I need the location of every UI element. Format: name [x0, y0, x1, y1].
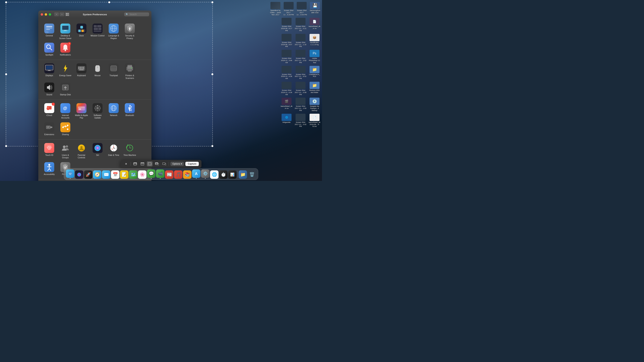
options-button[interactable]: Options ▾	[170, 162, 184, 166]
capture-selection-button[interactable]	[147, 161, 152, 166]
pref-notifications[interactable]: ● Notifications	[57, 41, 74, 58]
pref-timemachine[interactable]: Time Machine	[122, 142, 138, 161]
pref-users[interactable]: Users & Groups	[57, 142, 74, 161]
pref-language[interactable]: Language & Region	[106, 22, 122, 41]
dock-maps[interactable]: 🗺️	[129, 170, 138, 179]
handle-bottom-left[interactable]	[5, 145, 7, 147]
dock-launchpad[interactable]: 🚀	[84, 170, 92, 179]
pref-sharing[interactable]: Sharing	[57, 121, 74, 138]
dock-siri[interactable]	[75, 170, 84, 179]
pref-energy[interactable]: Energy Saver	[57, 62, 74, 81]
search-input[interactable]	[130, 13, 148, 16]
desktop-file-handbrake[interactable]: 📦 HandBrake-1.1.1.d mg	[308, 33, 321, 48]
pref-siri[interactable]: Siri	[90, 142, 106, 161]
dock-notes[interactable]: 📝	[120, 170, 128, 179]
desktop-file-tears-txt[interactable]: 📄 tearsofsteel_4k 2018-08-...9-53.txt	[308, 113, 321, 128]
pref-general[interactable]: File General	[41, 22, 57, 41]
handle-top-right[interactable]	[212, 1, 213, 3]
desktop-file-ss2[interactable]: Screen Shot 2017-11-...9.44 PM	[296, 1, 308, 16]
handle-middle-left[interactable]	[5, 73, 7, 75]
dock-appstore[interactable]: A	[192, 170, 200, 179]
dock-chrome[interactable]: 🌐	[210, 170, 218, 179]
dock-sysprefs[interactable]: ⚙️	[201, 170, 210, 179]
pref-sound[interactable]: Sound	[41, 81, 57, 98]
pref-wallet[interactable]: Wallet & Apple Pay	[74, 102, 90, 121]
pref-keyboard[interactable]: Keyboard	[74, 62, 90, 81]
desktop-file-ss11[interactable]: Screen Shot 2018-12...6.36 AM	[280, 81, 293, 96]
dock-books[interactable]: 📚	[183, 170, 192, 179]
pref-startup[interactable]: Startup Disk	[57, 81, 74, 98]
desktop-file-ss13[interactable]: Screen Shot 2017-11-...2.50 PM	[294, 97, 307, 112]
pref-network[interactable]: Network	[106, 102, 122, 121]
pref-mouse[interactable]: Mouse	[90, 62, 106, 81]
desktop-file-speedtest[interactable]: Speedtest by Ookla -...peed Test .2017	[269, 1, 282, 16]
pref-icloud[interactable]: i ! iCloud	[41, 102, 57, 121]
capture-button[interactable]: Capture	[186, 162, 199, 166]
capture-close-button[interactable]: ✕	[123, 161, 129, 166]
pref-displays[interactable]: Displays	[41, 62, 57, 81]
capture-window-timed-button[interactable]	[154, 161, 160, 166]
grid-view-button[interactable]	[65, 12, 70, 16]
pref-desktop[interactable]: Desktop & Screen Saver	[57, 22, 74, 41]
nav-back-button[interactable]: ‹	[54, 12, 59, 16]
handle-bottom-right[interactable]	[212, 145, 213, 147]
window-maximize-button[interactable]	[49, 13, 51, 16]
dock-speedtest[interactable]: ⏱️	[219, 170, 228, 179]
desktop-file-ss12[interactable]: Screen Shot 2017-11-...0.08 PM	[294, 81, 307, 96]
desktop-file-restore[interactable]: 📁 Restore-HDD test folder	[308, 81, 321, 96]
desktop-file-tears2[interactable]: 🎬 tearsofsteel_4k.m ov	[280, 97, 293, 112]
pref-accessibility[interactable]: Accessibility	[41, 161, 57, 177]
pref-internet[interactable]: @ Internet Accounts	[57, 102, 74, 121]
pref-touchid[interactable]: Touch ID	[41, 142, 57, 161]
window-minimize-button[interactable]	[45, 13, 47, 16]
handle-top-center[interactable]	[108, 1, 110, 3]
dock-music[interactable]: 🎵	[174, 170, 182, 179]
desktop-file-ss1[interactable]: Screen Shot 2017-11-...8.28 PM	[282, 1, 295, 16]
desktop-file-ss6[interactable]: Screen Shot 2017-11-...1.32 PM	[294, 33, 307, 48]
search-box[interactable]: 🔍	[124, 12, 149, 16]
dock-messages[interactable]: 💬	[147, 170, 156, 179]
handle-middle-right[interactable]	[212, 73, 213, 75]
window-close-button[interactable]	[41, 13, 43, 16]
dock-mail[interactable]: ✉️	[102, 170, 110, 179]
desktop-file-ss5[interactable]: Screen Shot 2018-08...8.57 PM	[280, 33, 293, 48]
dock-facetime[interactable]: 📹	[156, 170, 164, 179]
desktop-file-ss14[interactable]: Screen Shot 2017-11-...3.02 PM	[294, 113, 307, 128]
pref-software[interactable]: Software Update	[90, 102, 106, 121]
desktop-file-samsung[interactable]: 💾 SamsungPortable SSD	[309, 1, 321, 16]
desktop-file-m4gazette[interactable]: 🌐 M4gazette	[280, 113, 293, 128]
dock-finder[interactable]	[66, 170, 74, 179]
pref-bluetooth[interactable]: Bluetooth	[122, 102, 138, 121]
dock-photos[interactable]: 🌸	[138, 170, 146, 179]
desktop-file-cinebench[interactable]: 📁 CINEBENCH_R15	[308, 65, 321, 80]
dock-safari[interactable]: 🧭	[93, 170, 102, 179]
handle-top-left[interactable]	[5, 1, 7, 3]
desktop-file-ss3[interactable]: Screen Shot 2018-08...8.17 PM	[280, 17, 293, 32]
dock-downloads[interactable]: 📁	[239, 170, 247, 179]
desktop-file-ss9[interactable]: Screen Shot 2018-12...4.36 AM	[280, 65, 293, 80]
desktop-file-ss10[interactable]: Screen Shot 2017-11-...6.52 PM	[294, 65, 307, 80]
nav-forward-button[interactable]: ›	[60, 12, 64, 16]
capture-window-button[interactable]	[132, 161, 138, 166]
dock-istat[interactable]: 📊	[228, 170, 236, 179]
desktop-file-ss8[interactable]: Screen Shot 2017-11-...2.52 PM	[294, 49, 307, 64]
pref-parental[interactable]: Parental Controls	[74, 142, 90, 161]
desktop-file-photoshop[interactable]: Ps Adobe Photoshop CC Test	[308, 49, 321, 64]
dock-news[interactable]: 📰	[165, 170, 174, 179]
pref-spotlight[interactable]: Spotlight	[41, 41, 57, 58]
desktop-file-ss7[interactable]: Screen Shot 2018-12...3.46 AM	[280, 49, 293, 64]
capture-screen-button[interactable]	[140, 161, 145, 166]
desktop-file-seagate[interactable]: 💿 Seagate My Passpor...e backup	[308, 97, 321, 112]
pref-printers[interactable]: Printers & Scanners	[122, 62, 138, 81]
dock-calendar[interactable]: 📅	[111, 170, 120, 179]
pref-trackpad[interactable]: Trackpad	[106, 62, 122, 81]
capture-selection-timed-button[interactable]	[162, 161, 167, 166]
desktop-file-tears1[interactable]: 📄 tearsofsteel_4k.m 4v	[308, 17, 321, 32]
desktop-file-ss4[interactable]: Screen Shot 2017-11-...0.21 PM	[294, 17, 307, 32]
pref-mission[interactable]: Mission Control	[90, 22, 106, 41]
pref-extensions[interactable]: Extensions	[41, 121, 57, 138]
pref-security[interactable]: Security & Privacy	[122, 22, 138, 41]
dock-trash[interactable]: 🗑️	[248, 170, 256, 179]
pref-dock[interactable]: Dock	[74, 22, 90, 41]
pref-datetime[interactable]: 18 Date & Time	[106, 142, 122, 161]
